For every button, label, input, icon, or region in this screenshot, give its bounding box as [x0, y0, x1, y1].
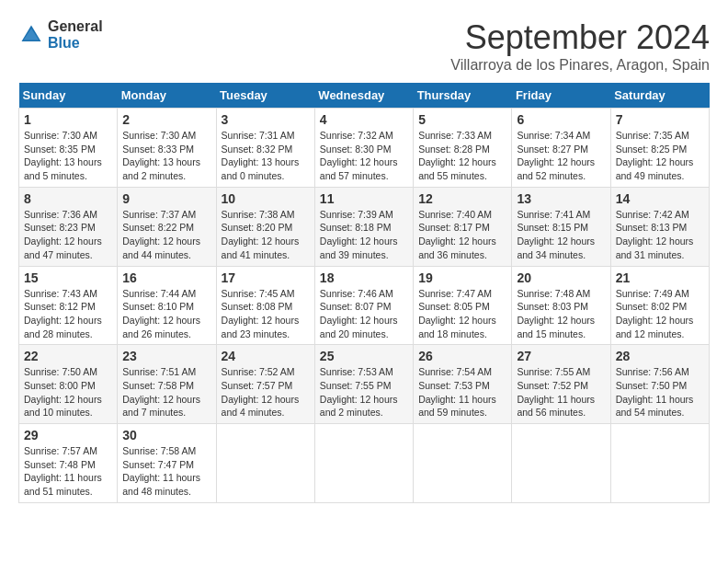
day-cell-21: 21 Sunrise: 7:49 AM Sunset: 8:02 PM Dayl… — [610, 266, 709, 345]
weekday-header-monday: Monday — [118, 83, 216, 109]
day-cell-14: 14 Sunrise: 7:42 AM Sunset: 8:13 PM Dayl… — [610, 187, 709, 266]
day-number: 24 — [222, 349, 310, 363]
day-number: 19 — [418, 270, 506, 285]
day-info: Sunrise: 7:32 AM Sunset: 8:30 PM Dayligh… — [320, 130, 398, 181]
day-info: Sunrise: 7:58 AM Sunset: 7:47 PM Dayligh… — [122, 445, 200, 497]
weekday-header-wednesday: Wednesday — [314, 83, 413, 109]
day-info: Sunrise: 7:51 AM Sunset: 7:58 PM Dayligh… — [122, 366, 200, 418]
day-number: 29 — [24, 428, 112, 442]
day-number: 7 — [616, 112, 704, 127]
day-cell-19: 19 Sunrise: 7:47 AM Sunset: 8:05 PM Dayl… — [414, 266, 512, 345]
day-cell-25: 25 Sunrise: 7:53 AM Sunset: 7:55 PM Dayl… — [314, 345, 413, 424]
day-info: Sunrise: 7:40 AM Sunset: 8:17 PM Dayligh… — [418, 209, 496, 260]
day-info: Sunrise: 7:53 AM Sunset: 7:55 PM Dayligh… — [320, 366, 398, 418]
weekday-header-row: SundayMondayTuesdayWednesdayThursdayFrid… — [19, 83, 710, 109]
empty-cell — [414, 424, 512, 503]
logo-icon — [18, 22, 44, 48]
day-info: Sunrise: 7:45 AM Sunset: 8:08 PM Dayligh… — [222, 288, 300, 339]
day-number: 22 — [24, 349, 112, 363]
logo-blue-text: Blue — [48, 35, 103, 52]
day-info: Sunrise: 7:54 AM Sunset: 7:53 PM Dayligh… — [418, 366, 496, 418]
day-cell-6: 6 Sunrise: 7:34 AM Sunset: 8:27 PM Dayli… — [512, 109, 610, 188]
day-cell-18: 18 Sunrise: 7:46 AM Sunset: 8:07 PM Dayl… — [314, 266, 413, 345]
day-cell-27: 27 Sunrise: 7:55 AM Sunset: 7:52 PM Dayl… — [512, 345, 610, 424]
day-number: 10 — [222, 191, 310, 206]
day-info: Sunrise: 7:42 AM Sunset: 8:13 PM Dayligh… — [616, 209, 694, 260]
day-number: 20 — [517, 270, 605, 285]
day-cell-30: 30 Sunrise: 7:58 AM Sunset: 7:47 PM Dayl… — [118, 424, 216, 503]
day-cell-16: 16 Sunrise: 7:44 AM Sunset: 8:10 PM Dayl… — [118, 266, 216, 345]
day-number: 30 — [122, 428, 210, 442]
day-cell-13: 13 Sunrise: 7:41 AM Sunset: 8:15 PM Dayl… — [512, 187, 610, 266]
day-info: Sunrise: 7:38 AM Sunset: 8:20 PM Dayligh… — [222, 209, 300, 260]
weekday-header-friday: Friday — [512, 83, 610, 109]
page-header: General Blue September 2024 Villarroya d… — [18, 18, 710, 74]
day-number: 4 — [320, 112, 408, 127]
empty-cell — [512, 424, 610, 503]
day-info: Sunrise: 7:56 AM Sunset: 7:50 PM Dayligh… — [616, 366, 694, 418]
day-cell-20: 20 Sunrise: 7:48 AM Sunset: 8:03 PM Dayl… — [512, 266, 610, 345]
day-info: Sunrise: 7:37 AM Sunset: 8:22 PM Dayligh… — [122, 209, 200, 260]
week-row-1: 1 Sunrise: 7:30 AM Sunset: 8:35 PM Dayli… — [19, 109, 710, 188]
day-info: Sunrise: 7:36 AM Sunset: 8:23 PM Dayligh… — [24, 209, 102, 260]
day-cell-3: 3 Sunrise: 7:31 AM Sunset: 8:32 PM Dayli… — [216, 109, 314, 188]
day-number: 1 — [24, 112, 112, 127]
day-info: Sunrise: 7:30 AM Sunset: 8:35 PM Dayligh… — [24, 130, 102, 181]
empty-cell — [314, 424, 413, 503]
day-cell-7: 7 Sunrise: 7:35 AM Sunset: 8:25 PM Dayli… — [610, 109, 709, 188]
day-cell-26: 26 Sunrise: 7:54 AM Sunset: 7:53 PM Dayl… — [414, 345, 512, 424]
day-cell-29: 29 Sunrise: 7:57 AM Sunset: 7:48 PM Dayl… — [19, 424, 118, 503]
day-cell-17: 17 Sunrise: 7:45 AM Sunset: 8:08 PM Dayl… — [216, 266, 314, 345]
day-cell-8: 8 Sunrise: 7:36 AM Sunset: 8:23 PM Dayli… — [19, 187, 118, 266]
logo-general-text: General — [48, 18, 103, 35]
day-info: Sunrise: 7:31 AM Sunset: 8:32 PM Dayligh… — [222, 130, 300, 181]
day-number: 9 — [122, 191, 210, 206]
weekday-header-tuesday: Tuesday — [216, 83, 314, 109]
day-number: 26 — [418, 349, 506, 363]
location-title: Villarroya de los Pinares, Aragon, Spain — [450, 57, 710, 74]
day-number: 21 — [616, 270, 704, 285]
day-cell-15: 15 Sunrise: 7:43 AM Sunset: 8:12 PM Dayl… — [19, 266, 118, 345]
day-number: 6 — [517, 112, 605, 127]
day-info: Sunrise: 7:57 AM Sunset: 7:48 PM Dayligh… — [24, 445, 102, 497]
day-info: Sunrise: 7:35 AM Sunset: 8:25 PM Dayligh… — [616, 130, 694, 181]
week-row-5: 29 Sunrise: 7:57 AM Sunset: 7:48 PM Dayl… — [19, 424, 710, 503]
day-cell-24: 24 Sunrise: 7:52 AM Sunset: 7:57 PM Dayl… — [216, 345, 314, 424]
day-cell-9: 9 Sunrise: 7:37 AM Sunset: 8:22 PM Dayli… — [118, 187, 216, 266]
day-number: 11 — [320, 191, 408, 206]
day-cell-1: 1 Sunrise: 7:30 AM Sunset: 8:35 PM Dayli… — [19, 109, 118, 188]
day-cell-10: 10 Sunrise: 7:38 AM Sunset: 8:20 PM Dayl… — [216, 187, 314, 266]
calendar-table: SundayMondayTuesdayWednesdayThursdayFrid… — [18, 83, 710, 503]
empty-cell — [610, 424, 709, 503]
day-cell-22: 22 Sunrise: 7:50 AM Sunset: 8:00 PM Dayl… — [19, 345, 118, 424]
day-number: 17 — [222, 270, 310, 285]
day-info: Sunrise: 7:43 AM Sunset: 8:12 PM Dayligh… — [24, 288, 102, 339]
day-number: 28 — [616, 349, 704, 363]
weekday-header-saturday: Saturday — [610, 83, 709, 109]
day-number: 16 — [122, 270, 210, 285]
day-cell-4: 4 Sunrise: 7:32 AM Sunset: 8:30 PM Dayli… — [314, 109, 413, 188]
day-info: Sunrise: 7:49 AM Sunset: 8:02 PM Dayligh… — [616, 288, 694, 339]
logo: General Blue — [18, 18, 103, 51]
empty-cell — [216, 424, 314, 503]
week-row-2: 8 Sunrise: 7:36 AM Sunset: 8:23 PM Dayli… — [19, 187, 710, 266]
logo-text: General Blue — [48, 18, 103, 51]
day-number: 12 — [418, 191, 506, 206]
weekday-header-sunday: Sunday — [19, 83, 118, 109]
day-number: 25 — [320, 349, 408, 363]
day-info: Sunrise: 7:44 AM Sunset: 8:10 PM Dayligh… — [122, 288, 200, 339]
day-number: 3 — [222, 112, 310, 127]
day-number: 15 — [24, 270, 112, 285]
day-info: Sunrise: 7:55 AM Sunset: 7:52 PM Dayligh… — [517, 366, 595, 418]
day-cell-5: 5 Sunrise: 7:33 AM Sunset: 8:28 PM Dayli… — [414, 109, 512, 188]
day-info: Sunrise: 7:50 AM Sunset: 8:00 PM Dayligh… — [24, 366, 102, 418]
day-info: Sunrise: 7:33 AM Sunset: 8:28 PM Dayligh… — [418, 130, 496, 181]
day-number: 18 — [320, 270, 408, 285]
day-info: Sunrise: 7:48 AM Sunset: 8:03 PM Dayligh… — [517, 288, 595, 339]
week-row-4: 22 Sunrise: 7:50 AM Sunset: 8:00 PM Dayl… — [19, 345, 710, 424]
day-info: Sunrise: 7:39 AM Sunset: 8:18 PM Dayligh… — [320, 209, 398, 260]
day-number: 23 — [122, 349, 210, 363]
day-cell-12: 12 Sunrise: 7:40 AM Sunset: 8:17 PM Dayl… — [414, 187, 512, 266]
day-number: 8 — [24, 191, 112, 206]
title-section: September 2024 Villarroya de los Pinares… — [450, 18, 710, 74]
